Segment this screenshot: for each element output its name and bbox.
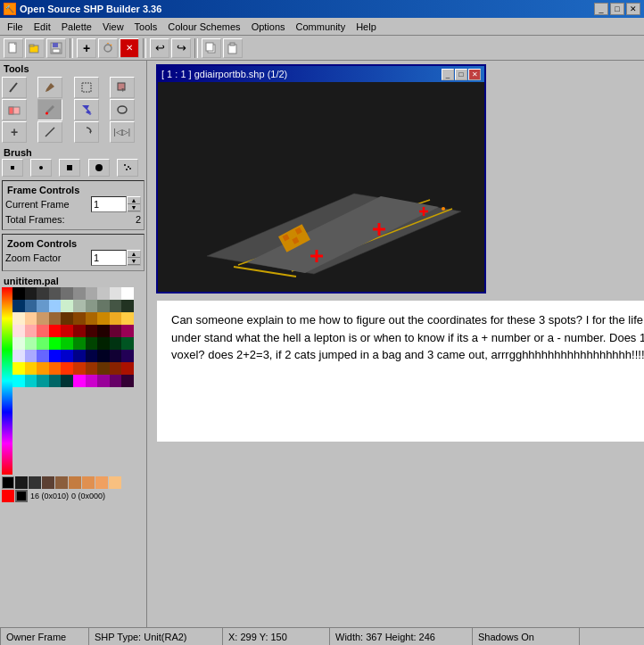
palette-color[interactable] [25,362,37,375]
brush-medium[interactable] [59,159,80,177]
menu-community[interactable]: Community [291,20,351,34]
copy-button[interactable] [202,38,221,58]
palette-color[interactable] [110,362,122,375]
palette-color[interactable] [121,375,134,387]
palette-color[interactable] [15,476,28,489]
palette-color[interactable] [121,287,134,300]
palette-color[interactable] [121,312,134,325]
palette-color[interactable] [61,337,73,350]
palette-color[interactable] [12,325,25,337]
palette-color[interactable] [25,337,37,350]
current-frame-input[interactable] [91,196,127,212]
palette-color[interactable] [86,325,98,337]
bg-color-swatch[interactable] [15,490,28,502]
palette-color[interactable] [97,337,110,350]
fliph-tool[interactable]: |◁▷| [110,121,135,143]
palette-color[interactable] [86,350,98,362]
palette-color[interactable] [110,337,122,350]
brush-small[interactable] [2,159,23,177]
palette-color[interactable] [25,325,37,337]
palette-color[interactable] [37,312,49,325]
palette-color[interactable] [49,350,62,362]
palette-color[interactable] [73,287,86,300]
palette-color[interactable] [97,312,110,325]
eyedropper-tool[interactable] [37,99,62,120]
palette-color[interactable] [109,476,121,489]
palette-color[interactable] [49,287,62,300]
menu-edit[interactable]: Edit [29,20,56,34]
palette-color[interactable] [110,287,122,300]
palette-color[interactable] [121,350,134,362]
palette-color[interactable] [37,300,49,312]
palette-color[interactable] [121,337,134,350]
new-button[interactable] [4,38,23,58]
palette-color[interactable] [110,325,122,337]
palette-color[interactable] [12,287,25,300]
palette-color[interactable] [37,375,49,387]
palette-color[interactable] [97,287,110,300]
palette-color[interactable] [73,325,86,337]
menu-help[interactable]: Help [351,20,382,34]
palette-color[interactable] [61,312,73,325]
palette-color[interactable] [12,350,25,362]
palette-color[interactable] [110,312,122,325]
menu-options[interactable]: Options [246,20,291,34]
palette-color[interactable] [25,287,37,300]
frame-spinner-down[interactable]: ▼ [128,204,140,211]
palette-color[interactable] [61,362,73,375]
palette-color[interactable] [25,312,37,325]
eraser-tool[interactable] [2,99,27,120]
menu-tools[interactable]: Tools [129,20,163,34]
zoom-spinner[interactable]: ▲ ▼ [127,250,141,266]
palette-color[interactable] [61,287,73,300]
zoom-spinner-up[interactable]: ▲ [128,251,140,258]
palette-color[interactable] [121,362,134,375]
palette-color[interactable] [86,300,98,312]
palette-color[interactable] [73,312,86,325]
menu-view[interactable]: View [97,20,129,34]
current-frame-spinner[interactable]: ▲ ▼ [127,196,141,212]
palette-color[interactable] [110,300,122,312]
palette-color[interactable] [97,375,110,387]
palette-color[interactable] [25,375,37,387]
palette-color[interactable] [61,350,73,362]
palette-color[interactable] [2,476,14,489]
image-minimize-button[interactable]: _ [442,69,454,80]
palette-color[interactable] [49,362,62,375]
paste-button[interactable] [223,38,243,58]
palette-color[interactable] [86,312,98,325]
redo-button[interactable]: ↪ [171,38,191,58]
palette-color[interactable] [25,300,37,312]
close-button[interactable]: ✕ [626,3,640,15]
palette-color[interactable] [95,476,108,489]
brush-tool[interactable] [37,77,62,98]
fill-tool[interactable] [74,99,99,120]
palette-color[interactable] [73,350,86,362]
palette-color[interactable] [49,375,62,387]
palette-color[interactable] [37,337,49,350]
pencil-tool[interactable] [2,77,27,98]
palette-color[interactable] [73,337,86,350]
magic-wand-button[interactable] [98,38,118,58]
palette-color[interactable] [86,362,98,375]
brush-spray[interactable] [117,159,138,177]
palette-color[interactable] [73,375,86,387]
zoom-spinner-down[interactable]: ▼ [128,258,140,265]
image-maximize-button[interactable]: □ [455,69,467,80]
magic-select-tool[interactable]: T [110,77,135,98]
ellipse-tool[interactable] [110,99,135,120]
plus-tool[interactable]: + [2,121,27,143]
palette-color[interactable] [12,300,25,312]
palette-color[interactable] [25,350,37,362]
add-button[interactable]: + [77,38,96,58]
palette-color[interactable] [61,325,73,337]
palette-color[interactable] [61,300,73,312]
palette-color[interactable] [82,476,95,489]
palette-color[interactable] [29,476,41,489]
palette-color[interactable] [55,476,68,489]
palette-color[interactable] [121,325,134,337]
palette-color[interactable] [37,325,49,337]
menu-palette[interactable]: Palette [56,20,97,34]
palette-color[interactable] [97,300,110,312]
palette-color[interactable] [69,476,81,489]
